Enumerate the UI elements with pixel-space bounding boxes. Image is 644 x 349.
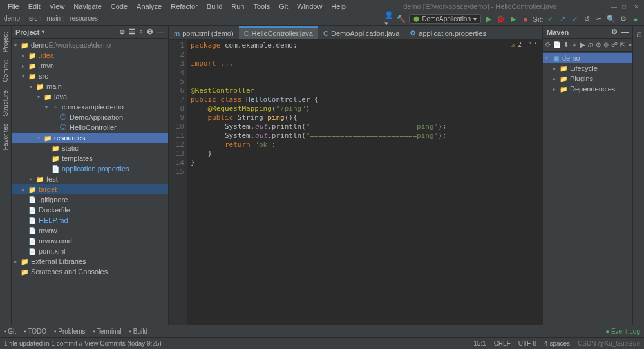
add-icon[interactable]: ＋ (571, 41, 578, 50)
tree-node[interactable]: 📁static (12, 143, 168, 153)
tree-node[interactable]: 📄HELP.md (12, 215, 168, 225)
menu-run[interactable]: Run (227, 3, 248, 10)
execute-goal-icon[interactable]: m (588, 41, 593, 48)
menu-analyze[interactable]: Analyze (133, 3, 166, 10)
expand-arrow-icon[interactable]: ▸ (30, 176, 36, 182)
cursor-pos[interactable]: 15:1 (473, 340, 486, 347)
rollback-icon[interactable]: ⤺ (594, 15, 603, 24)
hide-icon[interactable]: — (157, 28, 164, 36)
reload-icon[interactable]: ⟳ (545, 41, 551, 48)
search-icon[interactable]: 🔍 (607, 15, 616, 24)
gear-icon[interactable]: ⚙ (611, 28, 618, 36)
more-icon[interactable]: » (628, 41, 632, 48)
avatar-icon[interactable]: ● (631, 15, 640, 24)
close-icon[interactable]: ✕ (634, 3, 640, 10)
editor-tab[interactable]: mpom.xml (demo) (169, 26, 239, 39)
tree-node[interactable]: ▸📁target (12, 184, 168, 194)
toggle-skip-tests-icon[interactable]: ⊖ (603, 41, 609, 48)
expand-arrow-icon[interactable]: ▾ (37, 94, 44, 100)
select-opened-file-icon[interactable]: ⊕ (119, 28, 125, 36)
tool-todo[interactable]: ▪ TODO (24, 328, 46, 335)
expand-arrow-icon[interactable]: ▾ (22, 73, 28, 79)
generate-sources-icon[interactable]: 📄 (553, 41, 561, 48)
maven-tree[interactable]: ▾▣demo▸📁Lifecycle▸📁Plugins▸📁Dependencies (543, 52, 632, 325)
line-ending[interactable]: CRLF (494, 340, 511, 347)
menu-window[interactable]: Window (293, 3, 326, 10)
history-icon[interactable]: ↺ (582, 15, 591, 24)
menu-help[interactable]: Help (327, 3, 350, 10)
expand-all-icon[interactable]: ☰ (129, 28, 135, 36)
project-view-label[interactable]: Project (15, 28, 39, 36)
hammer-icon[interactable]: 🔨 (397, 15, 406, 24)
tool-strip-project[interactable]: Project (2, 28, 9, 56)
stop-button[interactable]: ■ (521, 15, 530, 24)
tool-build[interactable]: ▪ Build (129, 328, 147, 335)
indent[interactable]: 4 spaces (544, 340, 570, 347)
tree-node[interactable]: ▾📁main (12, 81, 168, 91)
tool-strip-commit[interactable]: Commit (2, 56, 9, 86)
expand-arrow-icon[interactable]: ▸ (22, 187, 28, 193)
breadcrumb-item[interactable]: main (46, 15, 61, 24)
menu-tools[interactable]: Tools (249, 3, 274, 10)
collapse-icon[interactable]: ⇱ (620, 41, 625, 48)
tree-node[interactable]: 📄Dockerfile (12, 205, 168, 215)
menu-file[interactable]: File (4, 3, 23, 10)
expand-arrow-icon[interactable]: ▾ (37, 135, 44, 141)
git-update-icon[interactable]: ↙ (570, 15, 579, 24)
tool-problems[interactable]: ▪ Problems (54, 328, 86, 335)
tree-node[interactable]: ▸📁External Libraries (12, 256, 168, 267)
tool-terminal[interactable]: ▪ Terminal (93, 328, 122, 335)
tool-strip-maven[interactable]: m (635, 28, 642, 41)
tree-node[interactable]: ▾📁java (12, 91, 168, 102)
event-log-button[interactable]: ● Event Log (605, 328, 640, 335)
tree-node[interactable]: 📄.gitignore (12, 194, 168, 205)
tree-node[interactable]: ▾📁src (12, 71, 168, 81)
menu-refactor[interactable]: Refactor (167, 3, 202, 10)
chevron-down-icon[interactable]: ▾ (42, 29, 44, 35)
menu-navigate[interactable]: Navigate (70, 3, 105, 10)
editor-tab[interactable]: CDemoApplication.java (318, 26, 404, 39)
encoding[interactable]: UTF-8 (518, 340, 536, 347)
code-area[interactable]: package com.example.demo; import ... @Re… (187, 40, 542, 325)
maven-node[interactable]: ▸📁Lifecycle (543, 63, 632, 73)
tool-git[interactable]: ▪ Git (4, 328, 16, 335)
tree-node[interactable]: 📄application.properties (12, 164, 168, 174)
coverage-button[interactable]: ▶ (509, 15, 518, 24)
collapse-all-icon[interactable]: ÷ (139, 28, 143, 36)
expand-arrow-icon[interactable]: ▾ (45, 104, 52, 110)
maven-node[interactable]: ▸📁Plugins (543, 73, 632, 84)
tree-node[interactable]: ⒸHelloController (12, 122, 168, 133)
menu-code[interactable]: Code (107, 3, 131, 10)
code-editor[interactable]: 123456789101112131415 package com.exampl… (169, 40, 542, 325)
show-deps-icon[interactable]: ☍ (611, 41, 618, 48)
inspection-indicators[interactable]: ⚠ 2 ˄ ˅ (511, 41, 537, 48)
editor-tab[interactable]: ⚙application.properties (404, 26, 491, 39)
breadcrumb[interactable]: demo〉src〉main〉resources (4, 15, 98, 24)
run-maven-icon[interactable]: ▶ (580, 41, 585, 48)
tree-node[interactable]: ⒸDemoApplication (12, 112, 168, 122)
menu-build[interactable]: Build (203, 3, 226, 10)
tree-node[interactable]: ▾📁demo E:\workspace\demo (12, 40, 168, 50)
minimize-icon[interactable]: — (611, 3, 617, 10)
tree-node[interactable]: ▸📁.idea (12, 50, 168, 61)
run-button[interactable]: ▶ (484, 15, 493, 24)
tool-strip-favorites[interactable]: Favorites (2, 120, 9, 154)
chevron-down-icon[interactable]: ˅ (534, 41, 537, 48)
maven-root[interactable]: ▾▣demo (543, 53, 632, 63)
breadcrumb-item[interactable]: resources (70, 15, 98, 24)
breadcrumb-item[interactable]: demo (4, 15, 20, 24)
tree-node[interactable]: 📁templates (12, 153, 168, 164)
download-icon[interactable]: ⬇ (564, 41, 569, 48)
expand-arrow-icon[interactable]: ▸ (14, 259, 21, 265)
git-push-icon[interactable]: ↗ (558, 15, 567, 24)
expand-arrow-icon[interactable]: ▸ (22, 53, 28, 59)
maven-node[interactable]: ▸📁Dependencies (543, 84, 632, 94)
tree-node[interactable]: 📁Scratches and Consoles (12, 267, 168, 277)
tree-node[interactable]: 📄pom.xml (12, 246, 168, 256)
tree-node[interactable]: ▾▫com.example.demo (12, 102, 168, 112)
gear-icon[interactable]: ⚙ (147, 28, 153, 36)
expand-arrow-icon[interactable]: ▸ (22, 63, 28, 69)
expand-arrow-icon[interactable]: ▾ (14, 42, 21, 48)
maximize-icon[interactable]: □ (622, 3, 629, 10)
hide-icon[interactable]: — (621, 28, 629, 36)
